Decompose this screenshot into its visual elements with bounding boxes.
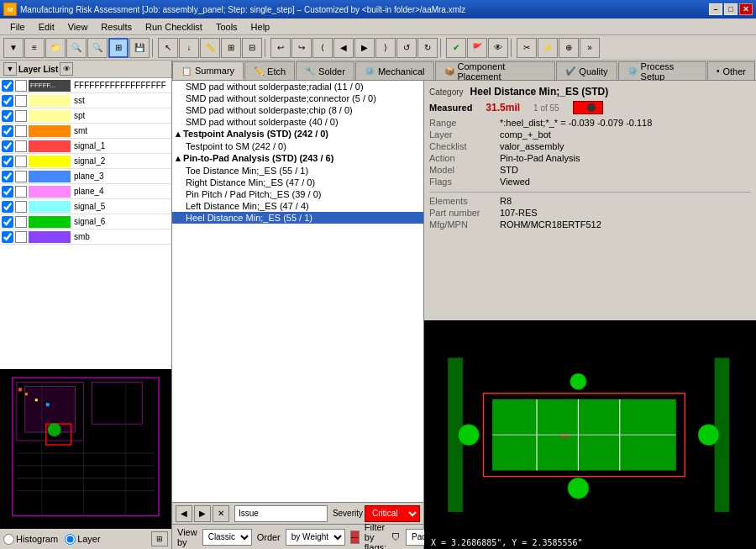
layer-checkbox[interactable] <box>2 95 13 107</box>
tb-redo-btn[interactable]: ↪ <box>291 38 312 58</box>
tree-item[interactable]: SMD pad without solderpaste;radial (11 /… <box>172 81 423 92</box>
menu-item-results[interactable]: Results <box>94 20 139 34</box>
svg-point-29 <box>698 424 719 445</box>
tb-zoom-fit-btn[interactable]: ⊞ <box>108 38 129 58</box>
tree-item[interactable]: Toe Distance Min;_ES (55 / 1) <box>172 165 423 177</box>
tree-item[interactable]: SMD pad without solderpaste;connector (5… <box>172 92 423 104</box>
tb-save-btn[interactable]: 💾 <box>129 38 150 58</box>
layer-filter-icon[interactable]: ▼ <box>3 62 17 76</box>
layer-checkbox[interactable] <box>2 201 13 213</box>
tb-nav4-btn[interactable]: ⟩ <box>375 38 396 58</box>
tb-nav6-btn[interactable]: ↻ <box>417 38 438 58</box>
tab-summary[interactable]: 📋Summary <box>172 61 244 80</box>
tab-process-setup[interactable]: ⚙️Process Setup <box>618 61 706 80</box>
tb-zoom-in-btn[interactable]: 🔍 <box>66 38 87 58</box>
tb-tool1-btn[interactable]: ✂ <box>517 38 537 58</box>
tb-eye-btn[interactable]: 👁 <box>488 38 508 58</box>
layer-row-signal_2[interactable]: signal_2 <box>0 154 171 169</box>
view-mode-btn[interactable]: ⊞ <box>151 531 168 546</box>
tree-item[interactable]: Testpoint to SM (242 / 0) <box>172 140 423 152</box>
menu-item-view[interactable]: View <box>61 20 95 34</box>
tb-zoom-out-btn[interactable]: 🔍 <box>87 38 108 58</box>
tb-down-btn[interactable]: ↓ <box>179 38 199 58</box>
detail-field-value: *:heel_dist;*_* = -0.039 -0.079 -0.118 <box>500 118 751 128</box>
footer-field-value: R8 <box>500 196 751 206</box>
histogram-radio[interactable]: Histogram <box>3 534 58 545</box>
menu-item-tools[interactable]: Tools <box>209 20 244 34</box>
tree-item[interactable]: ▴ Testpoint Analysis (STD) (242 / 0) <box>172 128 423 140</box>
tb-nav1-btn[interactable]: ⟨ <box>312 38 333 58</box>
menu-item-help[interactable]: Help <box>244 20 277 34</box>
layer-row-plane_4[interactable]: plane_4 <box>0 184 171 199</box>
order-select[interactable]: by Weight by Name <box>286 529 345 546</box>
menu-item-run-checklist[interactable]: Run Checklist <box>139 20 209 34</box>
layer-row-signal_1[interactable]: signal_1 <box>0 139 171 154</box>
tab-etch[interactable]: ✏️Etch <box>244 61 295 80</box>
tree-item[interactable]: Right Distance Min;_ES (47 / 0) <box>172 177 423 188</box>
tb-nav3-btn[interactable]: ▶ <box>354 38 375 58</box>
layer-checkbox[interactable] <box>2 110 13 122</box>
layer-row-spt[interactable]: spt <box>0 108 171 124</box>
tb-grid-btn[interactable]: ⊞ <box>221 38 241 58</box>
tb-more-btn[interactable]: » <box>580 38 600 58</box>
tb-nav5-btn[interactable]: ↺ <box>396 38 417 58</box>
tree-item[interactable]: Heel Distance Min;_ES (55 / 1) <box>172 212 423 224</box>
issue-label-input[interactable]: Issue <box>234 505 328 522</box>
tb-filter-btn[interactable]: ▼ <box>3 38 24 58</box>
layer-row-FFFFFFFFFFFFFFFFFF[interactable]: FFFFF... FFFFFFFFFFFFFFFFFF <box>0 78 171 93</box>
layer-radio[interactable]: Layer <box>65 534 101 545</box>
layer-checkbox[interactable] <box>2 156 13 167</box>
tree-item[interactable]: Left Distance Min;_ES (47 / 4) <box>172 200 423 212</box>
layer-row-signal_6[interactable]: signal_6 <box>0 214 171 230</box>
layer-checkbox[interactable] <box>2 186 13 198</box>
tb-undo-btn[interactable]: ↩ <box>270 38 291 58</box>
tb-check-btn[interactable]: ✔ <box>446 38 466 58</box>
tab-other[interactable]: •Other <box>707 61 755 80</box>
layer-row-smt[interactable]: smt <box>0 124 171 139</box>
tb-measure-btn[interactable]: 📏 <box>200 38 220 58</box>
layer-checkbox[interactable] <box>2 80 13 92</box>
minimize-button[interactable]: – <box>709 3 722 15</box>
tb-select-btn[interactable]: ↖ <box>158 38 178 58</box>
issues-forward-btn[interactable]: ▶ <box>194 505 211 522</box>
layer-checkbox[interactable] <box>2 216 13 228</box>
layer-checkbox[interactable] <box>2 125 13 137</box>
color-indicator[interactable]: — <box>350 531 360 544</box>
filter-flags-icon[interactable]: ⛉ <box>391 532 401 542</box>
tb-nav2-btn[interactable]: ◀ <box>333 38 354 58</box>
tb-align-btn[interactable]: ⊟ <box>242 38 262 58</box>
view-by-select[interactable]: Classic Flat <box>202 529 252 546</box>
tab-mechanical[interactable]: ⚙️Mechanical <box>355 61 434 80</box>
tree-item[interactable]: SMD pad without solderpaste;chip (8 / 0) <box>172 104 423 116</box>
issues-back-btn[interactable]: ◀ <box>176 505 192 522</box>
layer-checkbox[interactable] <box>2 231 13 243</box>
menu-item-file[interactable]: File <box>3 20 32 34</box>
tb-tool2-btn[interactable]: ⚡ <box>538 38 558 58</box>
footer-field-value: ROHM/MCR18ERTF512 <box>500 219 751 230</box>
issues-delete-btn[interactable]: ✕ <box>213 505 229 522</box>
tab-quality[interactable]: ✔️Quality <box>556 61 617 80</box>
layer-row-plane_3[interactable]: plane_3 <box>0 169 171 184</box>
tab-component-placement[interactable]: 📦Component Placement <box>435 61 556 80</box>
tb-tool3-btn[interactable]: ⊕ <box>559 38 579 58</box>
tab-icon: 📦 <box>444 66 454 76</box>
tree-item[interactable]: ▴ Pin-to-Pad Analysis (STD) (243 / 6) <box>172 152 423 165</box>
tree-item[interactable]: Pin Pitch / Pad Pitch;_ES (39 / 0) <box>172 188 423 200</box>
severity-dropdown[interactable]: Critical High Medium Low <box>365 505 420 522</box>
tb-flag-btn[interactable]: 🚩 <box>467 38 487 58</box>
detail-field-value: STD <box>500 165 751 175</box>
layer-eye-icon[interactable]: 👁 <box>60 62 73 76</box>
tree-item[interactable]: SMD pad without solderpaste (40 / 0) <box>172 116 423 128</box>
close-button[interactable]: ✕ <box>739 3 753 15</box>
layer-checkbox[interactable] <box>2 140 13 152</box>
layer-checkbox[interactable] <box>2 171 13 182</box>
tab-solder[interactable]: 🔧Solder <box>296 61 354 80</box>
layer-row-sst[interactable]: sst <box>0 93 171 108</box>
tb-layers-btn[interactable]: ≡ <box>24 38 45 58</box>
menu-item-edit[interactable]: Edit <box>32 20 61 34</box>
layer-row-smb[interactable]: smb <box>0 230 171 245</box>
tb-open-btn[interactable]: 📁 <box>45 38 66 58</box>
layer-row-signal_5[interactable]: signal_5 <box>0 199 171 214</box>
maximize-button[interactable]: □ <box>724 3 738 15</box>
measured-value: 31.5mil <box>486 102 520 113</box>
